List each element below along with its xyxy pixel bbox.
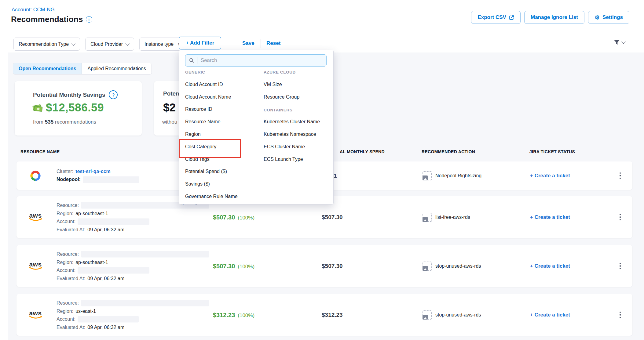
evaluated-label: Evaluated At: [57,227,85,232]
region-label: Region: [57,259,73,265]
dropdown-item-kubernetes-cluster-name[interactable]: Kubernetes Cluster Name [264,119,320,125]
chip-label: Recommendation Type [19,42,69,47]
dropdown-item-vm-size[interactable]: VM Size [264,82,282,87]
manage-ignore-list-button[interactable]: Manage Ignore List [524,11,584,24]
section-header-containers: CONTAINERS [264,108,292,112]
recommended-action-label: Nodepool Rightsizing [435,173,481,179]
money-icon [32,103,43,112]
dropdown-item-cost-category[interactable]: Cost Category [185,144,216,150]
cluster-link[interactable]: test-sri-qa-ccm [75,169,111,174]
filter-chip-cloud-provider[interactable]: Cloud Provider [85,38,134,51]
dropdown-item-region[interactable]: Region [185,132,201,137]
row-menu-button[interactable] [616,262,624,270]
image-placeholder-icon [423,310,432,320]
breadcrumb[interactable]: Account: CCM-NG [12,7,55,13]
potential-monthly-savings-card: Potential Monthly Savings ? $12,586.59 f… [15,81,142,136]
dropdown-item-resource-name[interactable]: Resource Name [185,119,221,125]
card-title: Potential Monthly Savings [33,92,105,98]
dropdown-item-governance-rule-name[interactable]: Governance Rule Name [185,194,238,199]
account-label: Account: [57,268,75,273]
save-button[interactable]: Save [242,40,254,46]
page-title: Recommendations [11,15,83,24]
chevron-down-icon [125,41,130,45]
col-header-resource-name[interactable]: RESOURCE NAME [20,149,60,154]
aws-icon: aws [26,310,45,319]
filter-chip-recommendation-type[interactable]: Recommendation Type [13,38,80,51]
dropdown-item-cloud-tags[interactable]: Cloud Tags [185,157,210,162]
create-ticket-button[interactable]: + Create a ticket [530,173,570,179]
redacted-value [81,300,209,306]
dropdown-item-savings[interactable]: Savings ($) [185,181,210,187]
evaluated-value: 09 Apr, 06:32 am [87,276,124,281]
gear-icon: ⚙ [595,15,600,20]
create-ticket-button[interactable]: + Create a ticket [530,312,570,318]
chevron-down-icon [71,41,75,45]
filter-menu-button[interactable] [613,39,625,45]
evaluated-value: 09 Apr, 06:32 am [87,227,124,232]
monthly-spend-value: $312.23 [322,312,343,318]
dropdown-search[interactable] [185,54,327,67]
resource-label: Resource: [57,203,79,208]
reset-button[interactable]: Reset [266,40,280,46]
table-row[interactable]: aws Resource: Region:us-east-1 Account: … [16,294,632,336]
row-menu-button[interactable] [616,213,624,221]
aws-icon: aws [26,213,45,222]
row-menu-button[interactable] [616,311,624,319]
dropdown-item-cloud-account-name[interactable]: Cloud Account Name [185,94,231,100]
account-label: Account: [57,316,75,322]
add-filter-dropdown: GENERIC AZURE CLOUD Cloud Account ID Clo… [179,50,334,204]
image-placeholder-icon [423,171,432,180]
manage-ignore-list-label: Manage Ignore List [531,14,578,20]
table-row[interactable]: aws Resource: Region:ap-southeast-1 Acco… [16,245,632,287]
image-placeholder-icon [423,262,432,271]
col-header-recommended-action[interactable]: RECOMMENDED ACTION [422,149,475,154]
search-input[interactable] [200,57,323,64]
dropdown-item-potential-spend[interactable]: Potential Spend ($) [185,169,227,174]
spend-subtitle-fragment: withou [162,119,177,125]
account-label: Account: [57,219,75,224]
aws-icon: aws [26,262,45,270]
row-menu-button[interactable] [616,172,624,180]
dropdown-item-cloud-account-id[interactable]: Cloud Account ID [185,82,223,87]
region-label: Region: [57,211,73,216]
dropdown-item-resource-group[interactable]: Resource Group [264,94,299,100]
add-filter-button[interactable]: + Add Filter [179,37,221,49]
settings-button[interactable]: ⚙ Settings [588,11,629,24]
dropdown-item-resource-id[interactable]: Resource ID [185,107,212,112]
info-icon[interactable]: i [86,16,92,23]
chip-label: Instance type [145,42,174,47]
recommended-action-label: stop-unused-aws-rds [435,263,481,269]
savings-percent: (100%) [238,263,254,269]
section-header-azure-cloud: AZURE CLOUD [264,70,296,74]
image-placeholder-icon [423,213,432,222]
export-csv-button[interactable]: Export CSV [471,11,521,24]
dropdown-item-ecs-launch-type[interactable]: ECS Launch Type [264,157,303,162]
col-header-monthly-spend[interactable]: AL MONTHLY SPEND [340,149,385,154]
chip-label: Cloud Provider [90,42,123,47]
chevron-down-icon [621,40,626,44]
cluster-label: Cluster: [57,169,73,174]
tab-applied-recommendations[interactable]: Applied Recommendations [82,63,151,74]
region-value: us-east-1 [75,308,96,314]
gcp-icon [26,169,45,182]
evaluated-label: Evaluated At: [57,324,85,330]
savings-value: $312.23 [213,311,235,318]
settings-label: Settings [602,14,623,20]
tab-open-recommendations[interactable]: Open Recommendations [13,63,82,74]
region-label: Region: [57,308,73,314]
text-caret [197,57,197,64]
export-csv-label: Export CSV [478,14,506,20]
help-icon[interactable]: ? [109,90,118,99]
evaluated-value: 09 Apr, 06:32 am [87,324,124,330]
dropdown-item-kubernetes-namespace[interactable]: Kubernetes Namespace [264,132,316,137]
create-ticket-button[interactable]: + Create a ticket [530,214,570,220]
recommended-action-label: stop-unused-aws-rds [435,312,481,318]
savings-amount: $12,586.59 [46,101,104,114]
create-ticket-button[interactable]: + Create a ticket [530,263,570,269]
recommendations-tabs: Open Recommendations Applied Recommendat… [13,63,152,74]
nodepool-label: Nodepool: [57,177,81,182]
monthly-spend-value: $507.30 [322,214,343,221]
col-header-jira-ticket-status[interactable]: JIRA TICKET STATUS [529,149,575,154]
evaluated-label: Evaluated At: [57,276,85,281]
dropdown-item-ecs-cluster-name[interactable]: ECS Cluster Name [264,144,305,150]
